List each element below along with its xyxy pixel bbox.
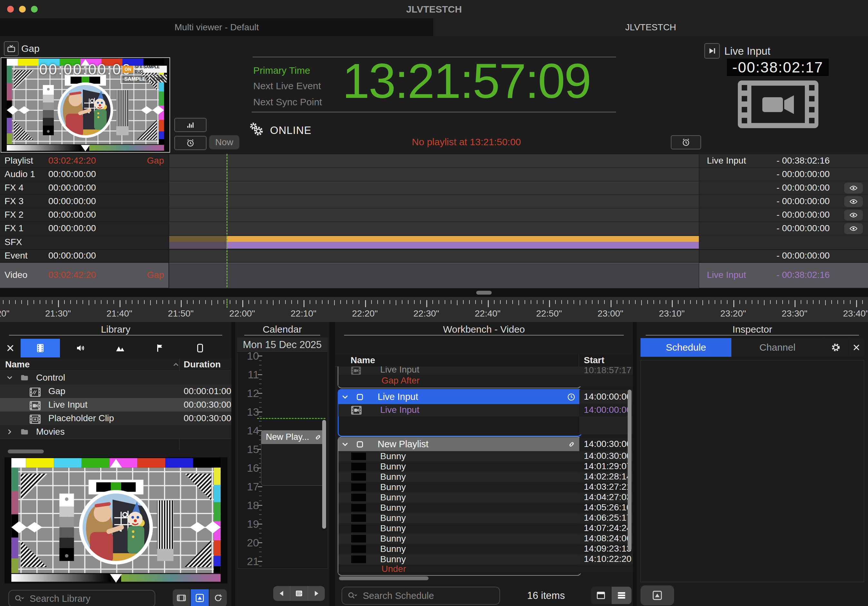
library-search-input[interactable]: Search Library bbox=[8, 590, 155, 606]
library-folder-row[interactable]: Movies bbox=[0, 425, 231, 439]
library-view-preview-button[interactable] bbox=[191, 589, 209, 606]
calendar-event-header[interactable]: New Play... bbox=[261, 431, 325, 444]
track-visibility-button[interactable] bbox=[844, 223, 863, 234]
schedule-row[interactable]: Gap After bbox=[338, 375, 579, 386]
schedule-row[interactable]: Bunny bbox=[338, 523, 579, 533]
library-clip-row[interactable]: Placeholder Clip00:00:30:00 bbox=[0, 411, 231, 425]
workbench-list-header[interactable]: Name Start bbox=[335, 354, 633, 367]
schedule-time-button[interactable] bbox=[174, 136, 206, 150]
schedule-row[interactable]: Bunny bbox=[338, 554, 579, 564]
track-timeline-cell[interactable] bbox=[169, 181, 699, 195]
schedule-row[interactable]: Under bbox=[338, 564, 579, 574]
track-timeline-cell[interactable] bbox=[169, 250, 699, 262]
track-value-cell[interactable]: - 00:00:00:00 bbox=[699, 181, 868, 195]
track-value-cell[interactable]: - 00:00:00:00 bbox=[699, 195, 868, 208]
track-timeline-cell[interactable] bbox=[169, 222, 699, 235]
timeline-scroll-handle[interactable] bbox=[476, 291, 492, 295]
library-clip-row[interactable]: Live Input00:00:30:00 bbox=[0, 398, 231, 412]
inspector-close-button[interactable] bbox=[849, 338, 864, 357]
track-label-cell[interactable]: Event00:00:00:00 bbox=[0, 250, 169, 262]
track-timeline-cell[interactable] bbox=[169, 154, 699, 167]
track-value-cell[interactable]: - 00:00:00:00 bbox=[699, 168, 868, 181]
track-label-cell[interactable]: Playlist03:02:42:20Gap bbox=[0, 154, 169, 167]
schedule-row[interactable]: Bunny bbox=[338, 533, 579, 544]
schedule-row[interactable]: Bunny bbox=[338, 482, 579, 492]
track-timeline-cell[interactable] bbox=[169, 235, 699, 249]
library-clip-row[interactable]: Gap00:00:01:00 bbox=[0, 385, 231, 398]
library-close-button[interactable] bbox=[2, 339, 19, 357]
live-input-mode-button[interactable] bbox=[704, 43, 720, 59]
schedule-row[interactable]: Live Input bbox=[338, 404, 579, 416]
library-column-duration[interactable]: Duration bbox=[184, 359, 221, 369]
calendar-month-view-button[interactable] bbox=[290, 586, 308, 601]
library-list-header[interactable]: Name Duration bbox=[0, 359, 231, 371]
sfx-clip-top[interactable] bbox=[226, 236, 699, 242]
track-value-cell[interactable]: - 00:00:00:00 bbox=[699, 222, 868, 235]
track-label-cell[interactable]: FX 200:00:00:00 bbox=[0, 208, 169, 221]
track-value-cell[interactable] bbox=[699, 235, 868, 249]
track-visibility-button[interactable] bbox=[844, 182, 863, 193]
track-value-cell[interactable]: - 00:00:00:00 bbox=[699, 250, 868, 262]
calendar-prev-day-button[interactable] bbox=[273, 586, 290, 601]
track-visibility-button[interactable] bbox=[844, 196, 863, 207]
track-timeline-cell[interactable] bbox=[169, 168, 699, 181]
library-refresh-button[interactable] bbox=[209, 589, 227, 606]
right-schedule-time-button[interactable] bbox=[671, 135, 701, 149]
calendar-next-day-button[interactable] bbox=[308, 586, 325, 601]
schedule-row[interactable]: Bunny bbox=[338, 451, 579, 461]
schedule-row[interactable]: Bunny bbox=[338, 544, 579, 554]
calendar-vscrollbar[interactable] bbox=[322, 420, 326, 529]
library-tab-video[interactable] bbox=[21, 339, 60, 357]
schedule-row[interactable]: Bunny bbox=[338, 492, 579, 502]
workbench-vscrollbar[interactable] bbox=[628, 390, 631, 550]
workbench-view-panel-button[interactable] bbox=[591, 587, 611, 604]
inspector-settings-button[interactable] bbox=[823, 338, 848, 357]
workbench-hscrollbar[interactable] bbox=[339, 577, 429, 580]
workbench-column-start[interactable]: Start bbox=[584, 355, 604, 365]
timeline-ruler[interactable]: 21:20"21:30"21:40"21:50"22:00"22:10"22:2… bbox=[0, 297, 868, 322]
ruler-tick bbox=[163, 300, 163, 304]
track-label-cell[interactable]: FX 100:00:00:00 bbox=[0, 222, 169, 235]
track-label-cell[interactable]: FX 300:00:00:00 bbox=[0, 195, 169, 208]
track-timeline-cell[interactable] bbox=[169, 195, 699, 208]
inspector-preview-button[interactable] bbox=[640, 585, 674, 605]
track-label-cell[interactable]: Audio 100:00:00:00 bbox=[0, 168, 169, 181]
inspector-tab-channel[interactable]: Channel bbox=[732, 338, 823, 357]
schedule-row[interactable]: Bunny bbox=[338, 513, 579, 523]
schedule-row[interactable]: Bunny bbox=[338, 472, 579, 482]
audio-levels-button[interactable] bbox=[174, 118, 206, 132]
now-button[interactable]: Now bbox=[209, 135, 239, 149]
workbench-view-list-button[interactable] bbox=[612, 587, 631, 604]
track-label-cell[interactable]: SFX bbox=[0, 235, 169, 249]
schedule-row[interactable]: Bunny bbox=[338, 502, 579, 513]
schedule-row[interactable]: New Playlist bbox=[338, 437, 579, 451]
tab-multi-viewer[interactable]: Multi viewer - Default bbox=[0, 19, 433, 36]
schedule-row[interactable]: Bunny bbox=[338, 461, 579, 472]
schedule-row[interactable]: Live Input bbox=[338, 390, 579, 404]
program-viewer[interactable]: 00:00:00:00 ON SFX-SAMPLE BUG SAMPLE LIV… bbox=[1, 57, 170, 153]
library-tab-images[interactable] bbox=[101, 339, 140, 357]
track-timeline-cell[interactable] bbox=[169, 263, 699, 288]
library-hscrollbar[interactable] bbox=[8, 450, 44, 453]
track-timeline-cell[interactable] bbox=[169, 208, 699, 221]
library-folder-row[interactable]: Control bbox=[0, 371, 231, 385]
calendar-event-block[interactable]: New Play... bbox=[261, 430, 326, 485]
library-tab-flagged[interactable] bbox=[141, 339, 180, 357]
track-visibility-button[interactable] bbox=[844, 210, 863, 221]
track-value-cell[interactable]: - 00:00:00:00 bbox=[699, 208, 868, 221]
library-tab-devices[interactable] bbox=[180, 339, 220, 357]
library-column-name[interactable]: Name bbox=[5, 359, 29, 369]
track-value-cell[interactable]: Live Input- 00:38:02:16 bbox=[699, 154, 868, 167]
track-label-cell[interactable]: FX 400:00:00:00 bbox=[0, 181, 169, 195]
schedule-search-input[interactable]: Search Schedule bbox=[341, 587, 500, 605]
track-value-cell[interactable]: Live Input- 00:38:02:16 bbox=[699, 263, 868, 288]
viewer-mode-button[interactable] bbox=[4, 41, 19, 56]
sfx-clip-bottom[interactable] bbox=[226, 242, 699, 249]
schedule-row[interactable]: Live Input bbox=[338, 366, 579, 375]
track-label-cell[interactable]: Video03:02:42:20Gap bbox=[0, 263, 169, 288]
library-view-filmstrip-button[interactable] bbox=[173, 589, 190, 606]
tab-channel[interactable]: JLVTESTCH bbox=[433, 19, 868, 36]
inspector-tab-schedule[interactable]: Schedule bbox=[640, 338, 732, 357]
workbench-column-name[interactable]: Name bbox=[350, 355, 375, 365]
library-tab-audio[interactable] bbox=[60, 339, 100, 357]
